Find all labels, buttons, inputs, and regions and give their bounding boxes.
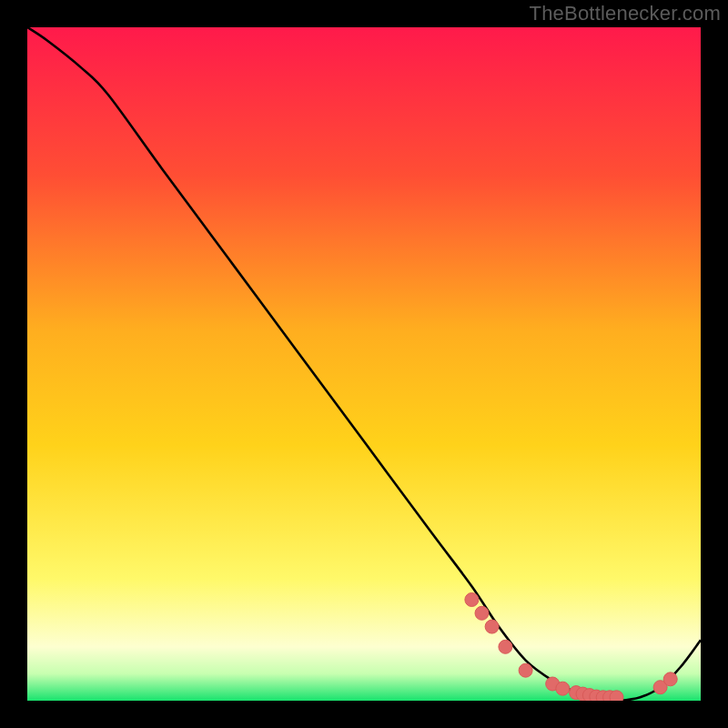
gradient-background xyxy=(27,27,701,701)
data-marker xyxy=(499,640,512,653)
chart-frame: TheBottlenecker.com xyxy=(0,0,728,728)
plot-area xyxy=(27,27,701,701)
data-marker xyxy=(556,682,570,695)
watermark-text: TheBottlenecker.com xyxy=(530,2,721,25)
bottleneck-curve-chart xyxy=(27,27,701,701)
data-marker xyxy=(663,672,677,686)
data-marker xyxy=(485,620,499,633)
data-marker xyxy=(475,606,489,620)
data-marker xyxy=(519,663,532,677)
data-marker xyxy=(610,691,623,701)
data-marker xyxy=(465,593,479,607)
